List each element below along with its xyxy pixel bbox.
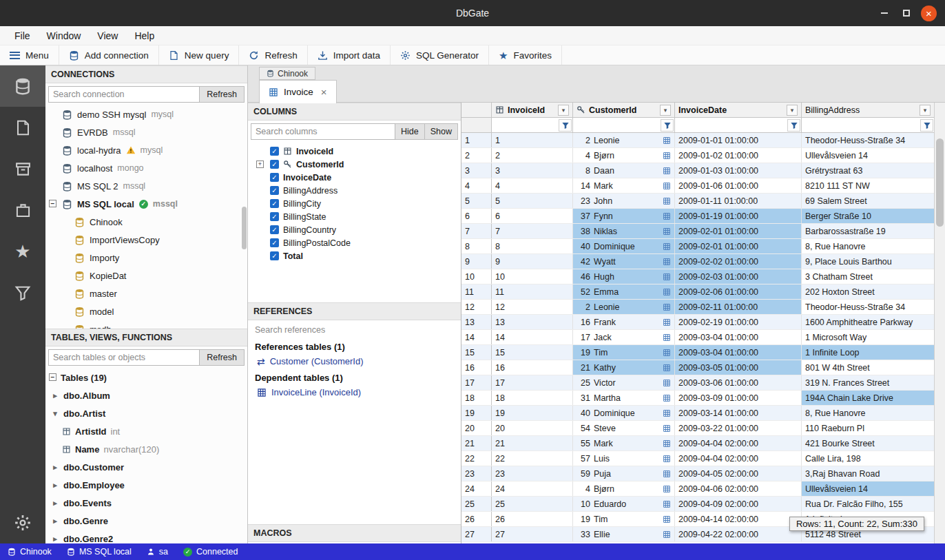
cell-invoicedate[interactable]: 2009-02-06 01:00:00 (675, 284, 802, 299)
cell-customerid[interactable]: 52 Emma (573, 284, 675, 299)
cell-customerid[interactable]: 4 Bjørn (573, 481, 675, 496)
checkbox-checked[interactable]: ✓ (270, 160, 279, 169)
cell-billingaddress[interactable]: 8210 111 ST NW (802, 178, 934, 193)
table-link-icon[interactable] (663, 227, 671, 236)
cell-invoiceid[interactable]: 14 (492, 330, 573, 344)
connections-search-input[interactable] (48, 86, 200, 103)
table-link-icon[interactable] (663, 439, 671, 448)
cell-invoiceid[interactable]: 20 (492, 421, 573, 435)
cell-invoiceid[interactable]: 8 (492, 239, 573, 253)
connection-item[interactable]: Importy (45, 249, 247, 267)
statusbar-status[interactable]: ✓ Connected (176, 543, 245, 560)
cell-billingaddress[interactable]: 8, Rue Hanovre (802, 406, 934, 420)
table-link-icon[interactable] (663, 136, 671, 145)
cell-billingaddress[interactable]: Ullevålsveien 14 (802, 481, 934, 496)
cell-invoiceid[interactable]: 23 (492, 466, 573, 481)
header-billingaddress[interactable]: BillingAddress ▾ (802, 103, 934, 117)
cell-billingaddress[interactable]: 202 Hoxton Street (802, 284, 934, 299)
cell-customerid[interactable]: 8 Daan (573, 163, 675, 178)
table-tree-item[interactable]: ▸ dbo.Customer (45, 458, 247, 476)
chevron-down-icon[interactable]: ▾ (787, 105, 798, 116)
cell-billingaddress[interactable]: Theodor-Heuss-Straße 34 (802, 300, 934, 314)
table-link-icon[interactable] (663, 152, 671, 160)
filter-invoicedate[interactable] (675, 118, 802, 132)
cell-invoiceid[interactable]: 27 (492, 527, 573, 541)
checkbox-checked[interactable]: ✓ (270, 173, 279, 182)
filter-invoiceid[interactable] (492, 118, 573, 132)
cell-invoiceid[interactable]: 9 (492, 254, 573, 269)
chevron-down-icon[interactable]: ▾ (920, 105, 931, 116)
connection-item[interactable]: model (45, 302, 247, 320)
row-number[interactable]: 15 (461, 345, 492, 360)
table-tree-item[interactable]: ▸ dbo.Employee (45, 476, 247, 494)
row-number[interactable]: 22 (461, 451, 492, 466)
sidebar-files-button[interactable] (0, 107, 45, 148)
collapse-icon[interactable]: − (49, 200, 56, 207)
cell-billingaddress[interactable]: Theodor-Heuss-Straße 34 (802, 133, 934, 147)
add-connection-button[interactable]: Add connection (59, 45, 159, 65)
connection-item[interactable]: Chinook (45, 213, 247, 231)
cell-invoicedate[interactable]: 2009-03-14 01:00:00 (675, 406, 802, 420)
cell-customerid[interactable]: 23 John (573, 194, 675, 208)
row-number[interactable]: 18 (461, 391, 492, 405)
cell-invoiceid[interactable]: 1 (492, 133, 573, 147)
chevron-right-icon[interactable]: ▸ (51, 391, 59, 400)
sidebar-history-button[interactable] (0, 189, 45, 231)
row-number[interactable]: 2 (461, 148, 492, 163)
settings-gear-button[interactable] (0, 502, 45, 543)
cell-invoicedate[interactable]: 2009-02-02 01:00:00 (675, 254, 802, 269)
collapse-icon[interactable]: − (49, 373, 56, 381)
cell-invoiceid[interactable]: 2 (492, 148, 573, 163)
cell-invoiceid[interactable]: 11 (492, 284, 573, 299)
column-checkbox-row[interactable]: ✓ BillingCountry (248, 223, 461, 236)
table-link-icon[interactable] (663, 242, 671, 251)
cell-customerid[interactable]: 25 Victor (573, 375, 675, 390)
row-number[interactable]: 14 (461, 330, 492, 344)
row-number[interactable]: 1 (461, 133, 492, 147)
cell-invoiceid[interactable]: 16 (492, 360, 573, 375)
row-number[interactable]: 11 (461, 284, 492, 299)
row-number[interactable]: 8 (461, 239, 492, 253)
cell-billingaddress[interactable]: 9, Place Louis Barthou (802, 254, 934, 269)
cell-invoiceid[interactable]: 18 (492, 391, 573, 405)
cell-customerid[interactable]: 33 Ellie (573, 527, 675, 541)
row-number[interactable]: 3 (461, 163, 492, 178)
cell-invoiceid[interactable]: 3 (492, 163, 573, 178)
menu-item[interactable]: Help (127, 28, 162, 43)
checkbox-checked[interactable]: ✓ (270, 251, 279, 260)
connection-item[interactable]: local-hydra mysql (45, 141, 247, 159)
table-link-icon[interactable] (663, 273, 671, 281)
menu-item[interactable]: File (7, 28, 38, 43)
table-link-icon[interactable] (663, 530, 671, 539)
cell-billingaddress[interactable]: 1 Microsoft Way (802, 330, 934, 344)
cell-billingaddress[interactable]: Rua Dr. Falcão Filho, 155 (802, 497, 934, 511)
row-number[interactable]: 25 (461, 497, 492, 511)
table-link-icon[interactable] (663, 364, 671, 372)
row-number[interactable]: 5 (461, 194, 492, 208)
cell-invoiceid[interactable]: 21 (492, 436, 573, 450)
table-link-icon[interactable] (663, 288, 671, 296)
column-checkbox-row[interactable]: ✓ BillingState (248, 210, 461, 223)
row-number[interactable]: 20 (461, 421, 492, 435)
menu-button[interactable]: Menu (0, 45, 59, 65)
table-link-icon[interactable] (663, 333, 671, 342)
sidebar-favorites-button[interactable]: ★ (0, 231, 45, 272)
chevron-right-icon[interactable]: ▸ (51, 535, 59, 543)
cell-invoiceid[interactable]: 4 (492, 178, 573, 193)
cell-billingaddress[interactable]: 69 Salem Street (802, 194, 934, 208)
cell-invoicedate[interactable]: 2009-01-11 01:00:00 (675, 194, 802, 208)
table-link-icon[interactable] (663, 258, 671, 266)
cell-customerid[interactable]: 31 Martha (573, 391, 675, 405)
cell-billingaddress[interactable]: 319 N. Frances Street (802, 375, 934, 390)
reference-link-customer[interactable]: ⇄ Customer (CustomerId) (248, 354, 461, 369)
statusbar-user[interactable]: sa (139, 543, 176, 560)
cell-customerid[interactable]: 59 Puja (573, 466, 675, 481)
tables-root-item[interactable]: − Tables (19) (45, 369, 247, 386)
cell-billingaddress[interactable]: 194A Chain Lake Drive (802, 391, 934, 405)
connection-item[interactable]: ImportViewsCopy (45, 231, 247, 249)
table-link-icon[interactable] (663, 379, 671, 387)
cell-invoiceid[interactable]: 10 (492, 269, 573, 284)
row-number[interactable]: 27 (461, 527, 492, 541)
row-number[interactable]: 4 (461, 178, 492, 193)
cell-invoicedate[interactable]: 2009-01-01 01:00:00 (675, 133, 802, 147)
